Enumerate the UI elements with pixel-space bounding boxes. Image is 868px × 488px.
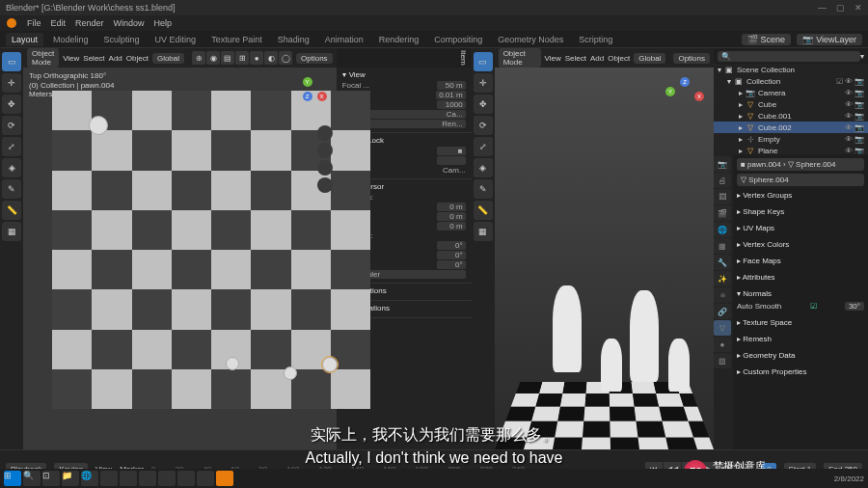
shading-render-icon[interactable]: ◯ (279, 51, 292, 65)
proptab-output-icon[interactable]: 🖨 (714, 173, 731, 188)
tree-item[interactable]: ▸ ▽Plane👁 📷 (714, 145, 868, 154)
menu-file[interactable]: File (27, 18, 41, 28)
gizmo-toggle-icon[interactable]: ⊕ (192, 51, 205, 65)
app-icon[interactable] (177, 471, 195, 486)
vp-menu-add[interactable]: Add (590, 54, 604, 63)
pawn-piece[interactable] (284, 366, 297, 380)
orientation-dropdown[interactable]: Global (634, 53, 665, 64)
menu-window[interactable]: Window (114, 18, 145, 28)
vp-menu-view[interactable]: View (545, 54, 561, 63)
camera-view-icon[interactable] (317, 160, 333, 176)
proptab-texture-icon[interactable]: ▨ (714, 353, 731, 368)
cursor-y-field[interactable]: 0 m (437, 212, 466, 221)
props-section[interactable]: ▾ NormalsAuto Smooth☑30° (737, 287, 864, 312)
zoom-icon[interactable] (317, 125, 333, 141)
mode-dropdown[interactable]: Object Mode (27, 48, 59, 68)
transform-tool-icon[interactable]: ◈ (2, 158, 21, 177)
scale-tool-icon[interactable]: ⤢ (2, 137, 21, 156)
mesh-name-field[interactable]: ▽ Sphere.004 (737, 174, 864, 186)
proptab-data-icon[interactable]: ▽ (714, 320, 731, 336)
taskview-icon[interactable]: ⊡ (42, 471, 60, 486)
cursor-tool-icon[interactable]: ✛ (474, 73, 493, 93)
proptab-render-icon[interactable]: 📷 (714, 156, 731, 172)
app-icon[interactable] (158, 471, 176, 486)
proptab-world-icon[interactable]: 🌐 (714, 222, 731, 237)
app-icon[interactable] (139, 471, 156, 486)
proptab-viewlayer-icon[interactable]: 🖼 (714, 189, 731, 204)
move-tool-icon[interactable]: ✥ (474, 95, 493, 114)
props-section[interactable]: ▸ Geometry Data (737, 349, 864, 362)
viewlayer-dropdown[interactable]: 📷 ViewLayer (797, 34, 862, 45)
viewport-left[interactable]: Object Mode View Select Add Object Globa… (23, 48, 337, 449)
scale-tool-icon[interactable]: ⤢ (474, 137, 493, 156)
tree-collection[interactable]: ▾▣Collection☑ 👁 📷 (714, 75, 868, 87)
options-button[interactable]: Options (296, 53, 333, 64)
options-button[interactable]: Options (673, 53, 710, 64)
vp-menu-view[interactable]: View (63, 54, 79, 63)
orientation-dropdown[interactable]: Global (152, 53, 184, 64)
menu-render[interactable]: Render (75, 18, 104, 28)
proptab-scene-icon[interactable]: 🎬 (714, 205, 731, 221)
props-section[interactable]: ▸ Custom Properties (737, 366, 864, 378)
vp-menu-select[interactable]: Select (83, 54, 104, 63)
annotate-tool-icon[interactable]: ✎ (474, 179, 493, 199)
menu-edit[interactable]: Edit (51, 18, 67, 28)
clipend-field[interactable]: 1000 (437, 100, 466, 109)
measure-tool-icon[interactable]: 📏 (474, 201, 493, 220)
nav-gizmo[interactable]: X Y Z (288, 77, 327, 116)
props-section[interactable]: ▸ Shape Keys (737, 205, 864, 218)
mode-dropdown[interactable]: Object Mode (499, 48, 541, 68)
tree-item[interactable]: ▸ ▽Cube👁 📷 (714, 98, 868, 110)
props-section[interactable]: ▸ Texture Space (737, 316, 864, 329)
edge-icon[interactable]: 🌐 (81, 471, 98, 486)
search-icon[interactable]: 🔍 (23, 471, 41, 486)
tab-sculpting[interactable]: Sculpting (98, 33, 146, 46)
shading-wire-icon[interactable]: ⊞ (235, 51, 249, 65)
vp-menu-object[interactable]: Object (608, 54, 630, 63)
taskbar-date[interactable]: 2/8/2022 (834, 474, 864, 483)
tree-item[interactable]: ▸ ▽Cube.001👁 📷 (714, 110, 868, 122)
vp-menu-select[interactable]: Select (565, 54, 586, 63)
outliner-search-input[interactable]: 🔍 (718, 51, 860, 62)
vp-menu-object[interactable]: Object (126, 54, 149, 63)
app-icon[interactable] (100, 471, 118, 486)
pan-icon[interactable] (317, 143, 333, 158)
menu-help[interactable]: Help (154, 18, 173, 28)
addcube-tool-icon[interactable]: ▦ (2, 222, 21, 241)
close-button[interactable]: ✕ (854, 3, 862, 13)
vp-menu-add[interactable]: Add (109, 54, 122, 63)
tree-scene-collection[interactable]: ▾▣Scene Collection (714, 64, 868, 75)
props-section[interactable]: ▸ Vertex Colors (737, 238, 864, 251)
cursor-tool-icon[interactable]: ✛ (2, 73, 21, 93)
cursor-x-field[interactable]: 0 m (437, 203, 466, 211)
start-button-icon[interactable]: ⊞ (4, 471, 21, 486)
select-tool-icon[interactable]: ▭ (474, 52, 493, 71)
pawn-piece[interactable] (322, 357, 338, 372)
proptab-object-icon[interactable]: ▦ (714, 238, 731, 254)
pawn-piece[interactable] (226, 357, 239, 370)
blender-taskbar-icon[interactable] (216, 471, 233, 486)
cursor-rz-field[interactable]: 0° (437, 260, 466, 269)
proptab-modifier-icon[interactable]: 🔧 (714, 255, 731, 270)
app-icon[interactable] (120, 471, 137, 486)
proptab-material-icon[interactable]: ● (714, 337, 731, 352)
cursor-rx-field[interactable]: 0° (437, 241, 466, 250)
proptab-particles-icon[interactable]: ✨ (714, 271, 731, 286)
clipstart-field[interactable]: 0.01 m (436, 91, 465, 99)
tab-animation[interactable]: Animation (319, 33, 369, 46)
tab-scripting[interactable]: Scripting (573, 33, 618, 46)
proptab-physics-icon[interactable]: ⚛ (714, 287, 731, 303)
proptab-constraints-icon[interactable]: 🔗 (714, 304, 731, 319)
tab-layout[interactable]: Layout (6, 33, 43, 46)
measure-tool-icon[interactable]: 📏 (2, 201, 21, 220)
props-section[interactable]: ▸ Attributes (737, 271, 864, 284)
rotate-tool-icon[interactable]: ⟳ (2, 116, 21, 135)
xray-icon[interactable]: ▤ (221, 51, 234, 65)
select-tool-icon[interactable]: ▭ (2, 52, 21, 71)
move-tool-icon[interactable]: ✥ (2, 95, 21, 114)
props-section[interactable]: ▸ Vertex Groups (737, 189, 864, 202)
tab-shading[interactable]: Shading (272, 33, 315, 46)
maximize-button[interactable]: ▢ (836, 3, 845, 13)
annotate-tool-icon[interactable]: ✎ (2, 179, 21, 199)
nav-gizmo[interactable]: X Y Z (665, 77, 704, 116)
